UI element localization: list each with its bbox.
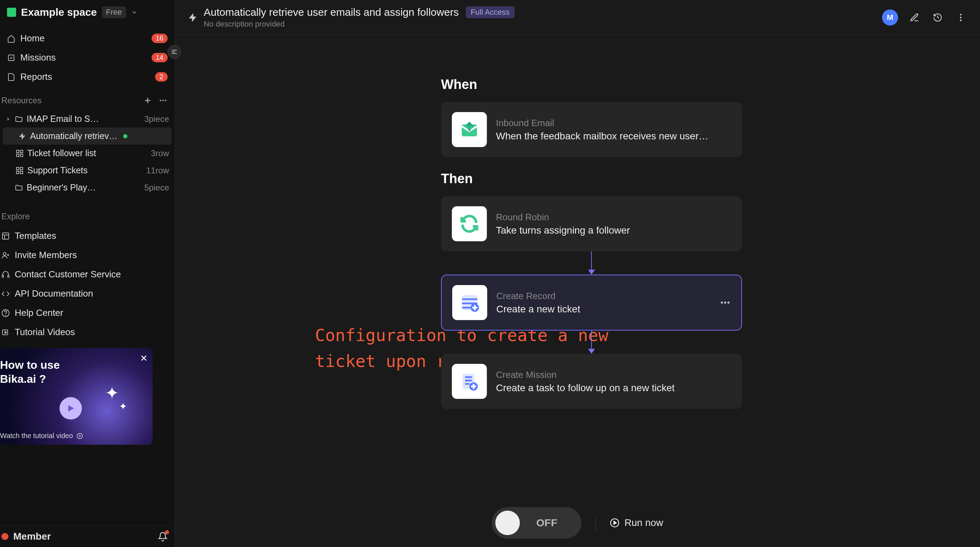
notification-dot (165, 530, 169, 534)
resource-meta: 3piece (144, 114, 169, 124)
nav-label: Reports (20, 72, 52, 82)
svg-marker-25 (5, 331, 6, 333)
automation-toggle[interactable]: OFF (492, 507, 581, 539)
caret-icon (6, 116, 11, 122)
explore-label: Help Center (15, 308, 64, 318)
run-now-button[interactable]: Run now (610, 517, 663, 528)
notifications-button[interactable] (158, 532, 168, 541)
svg-rect-8 (16, 154, 19, 156)
svg-marker-53 (614, 521, 616, 524)
plus-icon[interactable] (143, 96, 152, 105)
svg-rect-11 (20, 167, 23, 170)
history-icon (933, 13, 943, 22)
sidebar-collapse-button[interactable] (167, 45, 181, 59)
folder-icon (15, 183, 23, 192)
explore-help[interactable]: Help Center (0, 303, 175, 322)
nav-reports[interactable]: Reports 2 (0, 67, 175, 86)
flow-column: When Inbound Email When the feedback mai… (441, 77, 742, 409)
play-circle-icon (610, 518, 619, 528)
access-badge: Full Access (466, 6, 514, 18)
play-button[interactable] (59, 397, 82, 419)
reports-icon (7, 73, 15, 81)
workspace-switcher[interactable]: Example space Free (0, 0, 175, 24)
grid-icon (15, 166, 24, 175)
explore-label: Tutorial Videos (15, 327, 75, 338)
svg-point-42 (721, 301, 723, 304)
explore-tutorial[interactable]: Tutorial Videos (0, 322, 175, 342)
tutorial-promo[interactable]: ✕ How to use Bika.ai ? ✦ ✦ Watch the tut… (0, 348, 153, 445)
svg-rect-7 (20, 150, 23, 153)
templates-icon (2, 232, 10, 240)
edit-button[interactable] (908, 11, 921, 24)
resource-folder[interactable]: IMAP Email to S… 3piece (0, 110, 175, 128)
svg-point-44 (727, 301, 729, 304)
more-button[interactable] (954, 11, 967, 24)
connector-line (591, 252, 592, 270)
nav-badge: 16 (151, 33, 168, 43)
topbar-actions: M (882, 10, 967, 26)
promo-caption: Watch the tutorial video (0, 432, 83, 440)
nav-missions[interactable]: Missions 14 (0, 48, 175, 67)
explore-templates[interactable]: Templates (0, 226, 175, 246)
node-more-button[interactable] (720, 297, 731, 308)
action-node-create-record[interactable]: Create Record Create a new ticket (441, 274, 742, 330)
primary-nav: Home 16 Missions 14 Reports 2 (0, 24, 175, 91)
svg-marker-26 (68, 405, 74, 412)
svg-point-23 (6, 315, 6, 315)
resources-list: IMAP Email to S… 3piece Automatically re… (0, 110, 175, 196)
svg-point-17 (3, 252, 6, 255)
divider (595, 514, 596, 532)
sidebar: Example space Free Home 16 Missions 14 R… (0, 0, 175, 547)
arrow-icon (588, 349, 595, 354)
explore-header: Explore (0, 207, 175, 226)
action-node-create-mission[interactable]: Create Mission Create a task to follow u… (441, 354, 742, 409)
promo-title-line2: Bika.ai ? (0, 373, 46, 385)
explore-invite[interactable]: Invite Members (0, 246, 175, 265)
svg-rect-20 (2, 275, 3, 277)
close-icon[interactable]: ✕ (140, 353, 148, 364)
action-node-round-robin[interactable]: Round Robin Take turns assigning a follo… (441, 196, 742, 252)
nav-home[interactable]: Home 16 (0, 29, 175, 48)
avatar[interactable]: M (882, 10, 898, 26)
resource-folder[interactable]: Beginner's Play… 5piece (0, 179, 175, 196)
explore-contact[interactable]: Contact Customer Service (0, 265, 175, 284)
explore-api[interactable]: API Documentation (0, 284, 175, 303)
svg-point-27 (77, 433, 83, 439)
section-label: Explore (2, 212, 30, 221)
sparkle-icon: ✦ (119, 400, 127, 412)
promo-title-line1: How to use (0, 359, 60, 371)
missions-icon (7, 54, 15, 62)
svg-rect-21 (8, 275, 9, 277)
svg-rect-6 (16, 150, 19, 153)
node-type: Create Record (496, 291, 711, 301)
headset-icon (2, 270, 10, 279)
svg-point-33 (960, 19, 962, 21)
flow-canvas[interactable]: Configuration to create a new ticket upo… (175, 35, 980, 547)
svg-rect-14 (2, 233, 9, 239)
more-icon (720, 297, 731, 308)
resource-automation[interactable]: Automatically retriev… (3, 128, 172, 145)
workspace-color-icon (7, 8, 16, 17)
collapse-icon (170, 48, 178, 56)
nav-label: Home (20, 33, 45, 44)
promo-caption-text: Watch the tutorial video (0, 432, 73, 440)
external-icon (76, 432, 83, 440)
main: Automatically retrieve user emails and a… (175, 0, 980, 547)
resource-table[interactable]: Ticket follower list 3row (0, 145, 175, 162)
more-icon[interactable] (159, 96, 168, 105)
bolt-icon (18, 132, 27, 140)
topbar: Automatically retrieve user emails and a… (175, 0, 980, 35)
when-heading: When (441, 77, 742, 92)
node-title: Create a new ticket (496, 304, 711, 315)
run-label: Run now (624, 517, 663, 528)
resource-table[interactable]: Support Tickets 11row (0, 162, 175, 179)
history-button[interactable] (931, 11, 944, 24)
nav-badge: 2 (155, 72, 168, 81)
create-mission-icon (452, 364, 487, 399)
resources-header: Resources (0, 91, 175, 110)
trigger-node[interactable]: Inbound Email When the feedback mailbox … (441, 102, 742, 157)
svg-rect-12 (16, 171, 19, 174)
invite-icon (2, 251, 10, 260)
help-icon (2, 309, 10, 317)
workspace-name: Example space (21, 6, 97, 18)
